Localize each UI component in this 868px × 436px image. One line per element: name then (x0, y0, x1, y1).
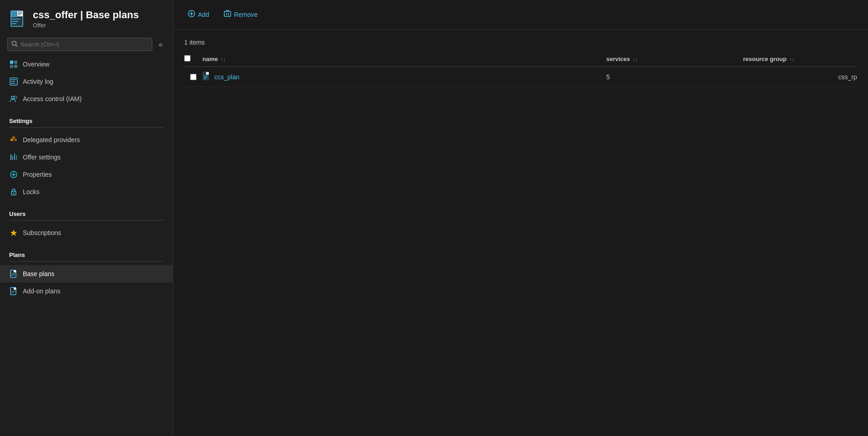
addon-plans-label: Add-on plans (23, 287, 61, 295)
sidebar-item-offer-settings[interactable]: Offer settings (0, 149, 173, 166)
select-all-checkbox[interactable] (184, 55, 191, 62)
search-box[interactable] (7, 38, 152, 51)
svg-point-15 (12, 136, 15, 139)
plans-nav: Base plans Add-on plans (0, 265, 173, 303)
sidebar-item-activity-log[interactable]: Activity log (0, 73, 173, 90)
svg-point-12 (14, 96, 17, 99)
svg-line-5 (16, 45, 18, 47)
toolbar: Add Remove (173, 0, 868, 30)
plans-section-header: Plans (0, 245, 173, 261)
sidebar-item-addon-plans[interactable]: Add-on plans (0, 282, 173, 300)
search-input[interactable] (21, 41, 148, 48)
sidebar-item-base-plans[interactable]: Base plans (0, 265, 173, 282)
header-services-col: services ↑↓ (606, 56, 743, 62)
resource-group-column-header[interactable]: resource group ↑↓ (743, 56, 857, 62)
sidebar-item-subscriptions[interactable]: Subscriptions (0, 224, 173, 241)
row-checkbox-col (184, 74, 202, 80)
locks-icon (9, 187, 18, 196)
svg-rect-16 (10, 154, 11, 160)
name-column-header[interactable]: name ↑↓ (202, 56, 606, 62)
settings-nav: Delegated providers Offer settings (0, 131, 173, 204)
svg-point-11 (11, 96, 14, 99)
users-divider (9, 220, 164, 221)
plans-divider (9, 261, 164, 262)
sidebar-item-overview[interactable]: Overview (0, 56, 173, 73)
add-button[interactable]: Add (184, 8, 213, 21)
users-section-header: Users (0, 204, 173, 220)
delegated-providers-label: Delegated providers (23, 136, 80, 144)
svg-rect-2 (11, 11, 17, 17)
name-column-label: name (202, 56, 218, 62)
table-header: name ↑↓ services ↑↓ resource group (184, 51, 857, 67)
header-resource-group-col: resource group ↑↓ (743, 56, 857, 62)
svg-rect-18 (14, 154, 15, 160)
settings-section-header: Settings (0, 111, 173, 127)
subscriptions-label: Subscriptions (23, 229, 61, 236)
svg-rect-7 (14, 61, 17, 64)
sidebar: css_offer | Base plans Offer « (0, 0, 173, 436)
locks-label: Locks (23, 188, 40, 195)
row-checkbox[interactable] (190, 74, 196, 80)
row-name-col: ccs_plan (202, 72, 606, 82)
properties-icon (9, 170, 18, 179)
offer-settings-label: Offer settings (23, 154, 61, 161)
row-resource-group-col: css_rp (743, 73, 857, 81)
remove-label: Remove (234, 11, 258, 18)
addon-plans-icon (9, 287, 18, 296)
svg-rect-31 (206, 72, 209, 75)
base-plans-label: Base plans (23, 270, 54, 277)
page-subtitle: Offer (33, 22, 139, 29)
iam-label: Access control (IAM) (23, 95, 82, 103)
table-container: name ↑↓ services ↑↓ resource group (184, 51, 857, 87)
name-sort-icon: ↑↓ (221, 56, 226, 62)
svg-point-23 (13, 193, 15, 194)
svg-rect-8 (10, 65, 13, 68)
iam-icon (9, 94, 18, 103)
page-title: css_offer | Base plans (33, 9, 139, 21)
svg-rect-6 (10, 61, 13, 64)
sidebar-item-iam[interactable]: Access control (IAM) (0, 90, 173, 108)
services-column-header[interactable]: services ↑↓ (606, 56, 743, 62)
sidebar-item-delegated-providers[interactable]: Delegated providers (0, 131, 173, 149)
svg-point-14 (14, 138, 17, 141)
row-plan-icon (202, 72, 211, 82)
properties-label: Properties (23, 171, 52, 178)
add-icon (188, 10, 195, 19)
table-row[interactable]: ccs_plan 5 css_rp (184, 67, 857, 87)
services-column-label: services (606, 56, 630, 62)
remove-icon (224, 10, 231, 19)
main-content: Add Remove 1 items (173, 0, 868, 436)
svg-rect-27 (14, 287, 16, 290)
page-icon (9, 10, 27, 28)
svg-rect-17 (12, 156, 13, 160)
activity-log-label: Activity log (23, 78, 53, 85)
add-label: Add (198, 11, 209, 18)
svg-point-13 (10, 138, 13, 141)
base-plans-icon (9, 269, 18, 278)
svg-rect-9 (14, 65, 17, 68)
svg-rect-25 (14, 270, 16, 272)
overview-icon (9, 60, 18, 69)
remove-button[interactable]: Remove (220, 8, 261, 21)
settings-divider (9, 127, 164, 128)
svg-point-21 (13, 174, 15, 175)
search-icon (11, 41, 18, 48)
activity-log-icon (9, 77, 18, 86)
svg-rect-19 (16, 155, 17, 160)
resource-group-sort-icon: ↑↓ (789, 56, 794, 62)
nav-top: Overview Activity log (0, 56, 173, 111)
offer-settings-icon (9, 153, 18, 162)
row-services-col: 5 (606, 73, 743, 81)
svg-rect-29 (224, 11, 231, 16)
plan-name-link[interactable]: ccs_plan (214, 73, 239, 81)
sidebar-item-properties[interactable]: Properties (0, 166, 173, 183)
items-count: 1 items (184, 39, 857, 46)
sidebar-header: css_offer | Base plans Offer (0, 0, 173, 33)
search-row: « (0, 33, 173, 56)
collapse-button[interactable]: « (156, 39, 165, 51)
sidebar-item-locks[interactable]: Locks (0, 183, 173, 200)
content-area: 1 items name ↑↓ services (173, 30, 868, 436)
services-sort-icon: ↑↓ (633, 56, 638, 62)
resource-group-column-label: resource group (743, 56, 786, 62)
header-checkbox-col (184, 55, 202, 63)
